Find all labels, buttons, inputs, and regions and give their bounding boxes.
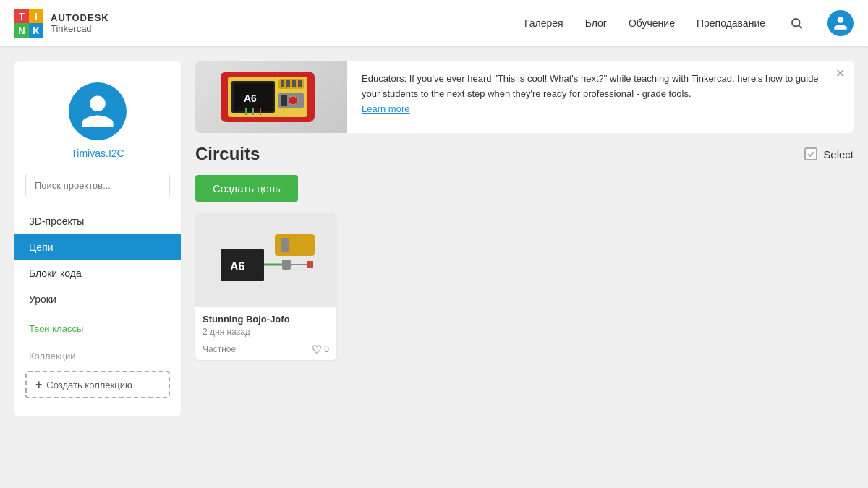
- avatar[interactable]: [69, 82, 127, 140]
- nav-blog[interactable]: Блог: [585, 17, 607, 29]
- svg-rect-20: [281, 238, 289, 252]
- learn-more-link[interactable]: Learn more: [362, 103, 409, 114]
- sidebar-item-3d[interactable]: 3D-проекты: [14, 208, 181, 234]
- search-button[interactable]: [787, 14, 806, 33]
- svg-rect-26: [307, 261, 313, 268]
- sidebar-nav: 3D-проекты Цепи Блоки кода Уроки: [14, 208, 181, 312]
- checkbox-check-icon: [807, 150, 815, 158]
- circuit-board-image: A6: [206, 61, 336, 133]
- create-collection-button[interactable]: + Создать коллекцию: [25, 371, 170, 398]
- sidebar-item-circuits[interactable]: Цепи: [14, 234, 181, 260]
- logo[interactable]: T I N K AUTODESK Tinkercad: [14, 9, 109, 38]
- banner-description: Educators: If you've ever heard "This is…: [362, 73, 819, 99]
- svg-rect-13: [281, 95, 287, 106]
- card-privacy: Частное: [203, 344, 236, 354]
- banner-image: A6: [195, 61, 347, 133]
- logo-text: AUTODESK Tinkercad: [51, 12, 109, 34]
- card-date: 2 дня назад: [203, 327, 329, 337]
- svg-rect-10: [292, 80, 296, 87]
- user-icon: [833, 15, 848, 31]
- collections-label: Коллекции: [14, 340, 181, 367]
- content-area: A6 Educators: I: [195, 61, 854, 416]
- select-label[interactable]: Select: [823, 148, 854, 160]
- card-title: Stunning Bojo-Jofo: [203, 314, 329, 325]
- main-container: Timivas.I2C 3D-проекты Цепи Блоки кода У…: [0, 46, 868, 431]
- nav-teaching[interactable]: Преподавание: [697, 17, 765, 29]
- circuits-header: Circuits Select: [195, 144, 854, 164]
- sidebar-item-lessons[interactable]: Уроки: [14, 286, 181, 312]
- svg-text:A6: A6: [244, 93, 257, 104]
- svg-rect-9: [286, 80, 290, 87]
- create-circuit-button[interactable]: Создать цепь: [195, 175, 298, 202]
- select-checkbox[interactable]: [804, 147, 817, 160]
- banner-text-content: Educators: If you've ever heard "This is…: [347, 61, 854, 133]
- nav-learning[interactable]: Обучение: [629, 17, 675, 29]
- svg-rect-24: [282, 260, 291, 270]
- svg-point-0: [792, 19, 800, 27]
- card-image: A6: [195, 213, 336, 307]
- card-info: Stunning Bojo-Jofo 2 дня назад: [195, 307, 336, 344]
- card-likes: 0: [312, 344, 329, 354]
- svg-text:A6: A6: [230, 260, 245, 273]
- tinkercad-label: Tinkercad: [51, 23, 109, 34]
- sidebar-item-codeblocks[interactable]: Блоки кода: [14, 260, 181, 286]
- plus-icon: +: [35, 378, 42, 391]
- create-collection-label: Создать коллекцию: [46, 380, 132, 390]
- select-area: Select: [804, 147, 854, 160]
- banner-close-button[interactable]: ✕: [835, 68, 845, 80]
- card-footer: Частное 0: [195, 344, 336, 360]
- educator-banner: A6 Educators: I: [195, 61, 854, 133]
- avatar-section: Timivas.I2C: [14, 75, 181, 174]
- search-input[interactable]: [25, 174, 170, 197]
- logo-cell-k: K: [29, 23, 43, 38]
- svg-point-14: [289, 96, 297, 105]
- circuits-title: Circuits: [195, 144, 260, 164]
- svg-line-1: [799, 25, 801, 28]
- user-avatar[interactable]: [827, 10, 854, 36]
- cards-grid: A6 Stunning Bojo-Jofo 2 дня назад: [195, 213, 854, 360]
- nav-gallery[interactable]: Галерея: [524, 17, 563, 29]
- avatar-icon: [78, 92, 117, 131]
- main-nav: Галерея Блог Обучение Преподавание: [524, 10, 854, 36]
- logo-cell-t: T: [14, 9, 29, 23]
- logo-grid: T I N K: [14, 9, 43, 38]
- sidebar: Timivas.I2C 3D-проекты Цепи Блоки кода У…: [14, 61, 181, 416]
- table-row[interactable]: A6 Stunning Bojo-Jofo 2 дня назад: [195, 213, 336, 360]
- logo-cell-n: N: [14, 23, 29, 38]
- heart-icon: [312, 344, 322, 354]
- logo-cell-i: I: [29, 9, 43, 23]
- svg-rect-11: [298, 80, 302, 87]
- your-classes-label[interactable]: Твои классы: [14, 312, 181, 340]
- card-thumbnail: A6: [203, 216, 329, 303]
- svg-rect-8: [281, 80, 284, 87]
- username[interactable]: Timivas.I2C: [71, 147, 124, 159]
- autodesk-label: AUTODESK: [51, 12, 109, 23]
- likes-count: 0: [324, 344, 329, 354]
- header: T I N K AUTODESK Tinkercad Галерея Блог …: [0, 0, 868, 46]
